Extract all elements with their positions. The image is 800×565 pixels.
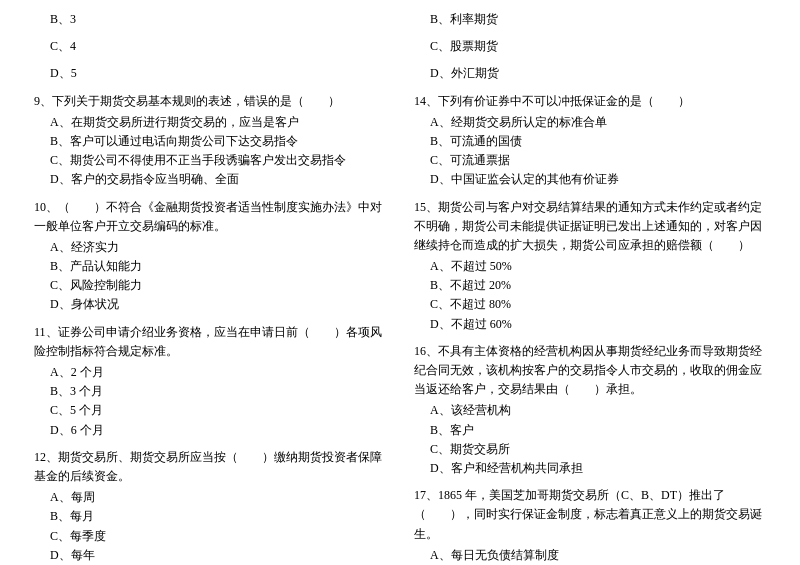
question-10: 10、（ ）不符合《金融期货投资者适当性制度实施办法》中对一般单位客户开立交易编… (34, 198, 386, 315)
q12-option-a: A、每周 (34, 488, 386, 507)
question-10-text: 10、（ ）不符合《金融期货投资者适当性制度实施办法》中对一般单位客户开立交易编… (34, 198, 386, 236)
q10-option-c: C、风险控制能力 (34, 276, 386, 295)
option-c4: C、4 (34, 37, 386, 56)
question-9-text: 9、下列关于期货交易基本规则的表述，错误的是（ ） (34, 92, 386, 111)
q16-option-c: C、期货交易所 (414, 440, 766, 459)
q16-option-d: D、客户和经营机构共同承担 (414, 459, 766, 478)
q10-option-d: D、身体状况 (34, 295, 386, 314)
option-d-waihu: D、外汇期货 (414, 64, 766, 83)
q15-option-b: B、不超过 20% (414, 276, 766, 295)
question-d-waihu: D、外汇期货 (414, 64, 766, 83)
question-b-lixi: B、利率期货 (414, 10, 766, 29)
question-11-text: 11、证券公司申请介绍业务资格，应当在申请日前（ ）各项风险控制指标符合规定标准… (34, 323, 386, 361)
q15-option-d: D、不超过 60% (414, 315, 766, 334)
option-c-gupi: C、股票期货 (414, 37, 766, 56)
option-b3: B、3 (34, 10, 386, 29)
q12-option-b: B、每月 (34, 507, 386, 526)
q17-option-a: A、每日无负债结算制度 (414, 546, 766, 565)
question-b3: B、3 (34, 10, 386, 29)
q12-option-c: C、每季度 (34, 527, 386, 546)
q14-option-c: C、可流通票据 (414, 151, 766, 170)
question-16: 16、不具有主体资格的经营机构因从事期货经纪业务而导致期货经纪合同无效，该机构按… (414, 342, 766, 478)
question-15: 15、期货公司与客户对交易结算结果的通知方式未作约定或者约定不明确，期货公司未能… (414, 198, 766, 334)
q11-option-b: B、3 个月 (34, 382, 386, 401)
right-column: B、利率期货 C、股票期货 D、外汇期货 14、下列有价证券中不可以冲抵保证金的… (410, 10, 770, 565)
q14-option-b: B、可流通的国债 (414, 132, 766, 151)
page-content: B、3 C、4 D、5 9、下列关于期货交易基本规则的表述，错误的是（ ） A、… (30, 10, 770, 565)
q14-option-d: D、中国证监会认定的其他有价证券 (414, 170, 766, 189)
question-17-text: 17、1865 年，美国芝加哥期货交易所（C、B、DT）推出了（ ），同时实行保… (414, 486, 766, 544)
question-9: 9、下列关于期货交易基本规则的表述，错误的是（ ） A、在期货交易所进行期货交易… (34, 92, 386, 190)
q11-option-a: A、2 个月 (34, 363, 386, 382)
q14-option-a: A、经期货交易所认定的标准合单 (414, 113, 766, 132)
question-12-text: 12、期货交易所、期货交易所应当按（ ）缴纳期货投资者保障基金的后续资金。 (34, 448, 386, 486)
q12-option-d: D、每年 (34, 546, 386, 565)
q9-option-d: D、客户的交易指令应当明确、全面 (34, 170, 386, 189)
q9-option-c: C、期货公司不得使用不正当手段诱骗客户发出交易指令 (34, 151, 386, 170)
question-c4: C、4 (34, 37, 386, 56)
q15-option-c: C、不超过 80% (414, 295, 766, 314)
question-12: 12、期货交易所、期货交易所应当按（ ）缴纳期货投资者保障基金的后续资金。 A、… (34, 448, 386, 565)
q9-option-a: A、在期货交易所进行期货交易的，应当是客户 (34, 113, 386, 132)
question-14-text: 14、下列有价证券中不可以冲抵保证金的是（ ） (414, 92, 766, 111)
q16-option-b: B、客户 (414, 421, 766, 440)
q10-option-a: A、经济实力 (34, 238, 386, 257)
q15-option-a: A、不超过 50% (414, 257, 766, 276)
option-b-lixi: B、利率期货 (414, 10, 766, 29)
q10-option-b: B、产品认知能力 (34, 257, 386, 276)
option-d5: D、5 (34, 64, 386, 83)
q16-option-a: A、该经营机构 (414, 401, 766, 420)
question-11: 11、证券公司申请介绍业务资格，应当在申请日前（ ）各项风险控制指标符合规定标准… (34, 323, 386, 440)
question-c-gupi: C、股票期货 (414, 37, 766, 56)
q9-option-b: B、客户可以通过电话向期货公司下达交易指令 (34, 132, 386, 151)
q11-option-d: D、6 个月 (34, 421, 386, 440)
question-17: 17、1865 年，美国芝加哥期货交易所（C、B、DT）推出了（ ），同时实行保… (414, 486, 766, 565)
q11-option-c: C、5 个月 (34, 401, 386, 420)
question-15-text: 15、期货公司与客户对交易结算结果的通知方式未作约定或者约定不明确，期货公司未能… (414, 198, 766, 256)
question-14: 14、下列有价证券中不可以冲抵保证金的是（ ） A、经期货交易所认定的标准合单 … (414, 92, 766, 190)
question-16-text: 16、不具有主体资格的经营机构因从事期货经纪业务而导致期货经纪合同无效，该机构按… (414, 342, 766, 400)
left-column: B、3 C、4 D、5 9、下列关于期货交易基本规则的表述，错误的是（ ） A、… (30, 10, 390, 565)
question-d5: D、5 (34, 64, 386, 83)
